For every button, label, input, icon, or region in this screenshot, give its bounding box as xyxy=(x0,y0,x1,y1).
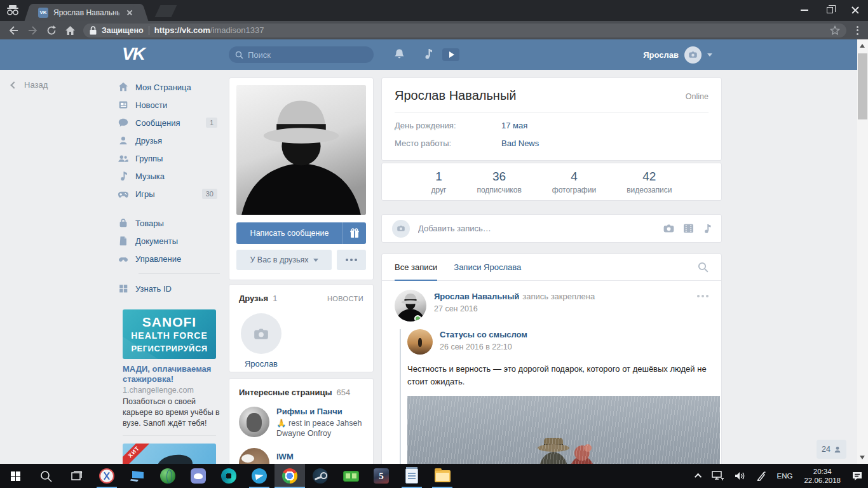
header-user-menu[interactable]: Ярослав xyxy=(643,39,712,70)
new-tab-button[interactable] xyxy=(155,5,177,17)
search-box[interactable] xyxy=(229,46,374,63)
sidebar-item-friends[interactable]: Друзья xyxy=(118,132,217,149)
page-scrollbar[interactable] xyxy=(857,39,868,464)
tab-close-icon[interactable] xyxy=(125,8,135,18)
app-file-explorer[interactable] xyxy=(427,464,458,488)
ad2-image-blob xyxy=(156,452,194,464)
ad-title-link[interactable]: МАДИ, оплачиваемая стажировка! xyxy=(123,364,219,384)
counter-friends[interactable]: 1друг xyxy=(431,170,447,194)
ad-banner-second[interactable]: ХИТ xyxy=(123,444,216,464)
send-message-button[interactable]: Написать сообщение xyxy=(236,222,366,244)
post-date[interactable]: 27 сен 2016 xyxy=(434,304,595,313)
friend-name[interactable]: Ярослав xyxy=(239,359,283,369)
search-input[interactable] xyxy=(248,50,356,60)
notifications-bell-icon[interactable] xyxy=(394,48,405,60)
counter-videos[interactable]: 42видеозаписи xyxy=(627,170,672,194)
friends-title[interactable]: Друзья xyxy=(239,294,268,303)
repost-author-name[interactable]: Статусы со смыслом xyxy=(440,330,527,339)
post-author-avatar[interactable] xyxy=(395,290,426,322)
app-chrome[interactable] xyxy=(275,464,305,488)
more-actions-button[interactable] xyxy=(337,250,366,270)
address-bar[interactable]: Защищено https://vk.com/imadison1337 xyxy=(83,24,846,37)
sidebar-item-my-page[interactable]: Моя Страница xyxy=(118,78,217,96)
app-steam[interactable] xyxy=(305,464,336,488)
sidebar-item-news[interactable]: Новости xyxy=(118,96,217,114)
browser-menu-icon[interactable] xyxy=(853,25,862,36)
composer-input[interactable] xyxy=(418,224,654,233)
repost-date[interactable]: 26 сен 2016 в 22:10 xyxy=(440,342,527,351)
gift-icon[interactable] xyxy=(343,228,366,238)
counter-followers[interactable]: 36подписчиков xyxy=(477,170,521,194)
post-image[interactable] xyxy=(407,396,720,464)
windows-ink-icon[interactable] xyxy=(751,471,771,481)
window-restore-button[interactable] xyxy=(817,0,843,20)
friend-status-button[interactable]: У Вас в друзьях xyxy=(236,250,332,270)
repost-author-avatar[interactable] xyxy=(407,329,433,355)
window-minimize-button[interactable] xyxy=(792,0,817,20)
page-item-iwm[interactable]: IWM xyxy=(239,448,363,464)
sidebar-item-manage[interactable]: Управление xyxy=(118,250,217,268)
profile-photo[interactable] xyxy=(236,85,366,215)
action-center-icon[interactable] xyxy=(846,471,868,481)
back-button[interactable] xyxy=(8,25,19,36)
online-friends-badge[interactable]: 24 xyxy=(817,440,846,459)
friend-item[interactable]: Ярослав xyxy=(239,313,283,369)
app-notepad[interactable] xyxy=(397,464,427,488)
vk-page: Назад Моя Страница Новости Сообщения 1 Д… xyxy=(0,70,857,464)
volume-icon[interactable] xyxy=(729,471,751,481)
page-item-rifmy[interactable]: Рифмы и Панчи 🙏 rest in peace Jahseh Dwa… xyxy=(239,407,363,438)
sidebar-item-groups[interactable]: Группы xyxy=(118,149,217,167)
forward-button[interactable] xyxy=(27,25,38,36)
app-browser-globe[interactable] xyxy=(153,464,183,488)
tray-expand-button[interactable] xyxy=(691,473,707,478)
chrome-icon xyxy=(282,468,297,484)
ad-banner-sanofi[interactable]: SANOFI HEALTH FORCE РЕГИСТРИРУЙСЯ xyxy=(123,309,216,359)
language-indicator[interactable]: ENG xyxy=(771,472,799,480)
sidebar-item-know-id[interactable]: Узнать ID xyxy=(118,280,217,297)
app-discord[interactable] xyxy=(183,464,214,488)
video-icon[interactable] xyxy=(442,48,459,61)
app-gta5[interactable]: 5 xyxy=(366,464,397,488)
taskbar-search-button[interactable] xyxy=(31,464,61,488)
network-icon[interactable] xyxy=(707,471,729,481)
counter-photos[interactable]: 4фотографии xyxy=(552,170,596,194)
scrollbar-thumb[interactable] xyxy=(858,53,867,119)
task-view-button[interactable] xyxy=(61,464,92,488)
id-grid-icon xyxy=(118,283,129,294)
wall-search-icon[interactable] xyxy=(698,262,709,273)
app-screenshot-tool[interactable] xyxy=(92,464,122,488)
post-menu-icon[interactable] xyxy=(697,290,709,322)
music-icon[interactable] xyxy=(423,48,433,60)
tab-all-posts[interactable]: Все записи xyxy=(395,254,437,281)
post-author-name[interactable]: Ярослав Навальный xyxy=(434,292,519,301)
bookmark-star-icon[interactable] xyxy=(830,25,840,36)
sidebar-item-messages[interactable]: Сообщения 1 xyxy=(118,114,217,132)
window-close-button[interactable] xyxy=(843,0,868,20)
app-telegram[interactable] xyxy=(244,464,275,488)
back-link[interactable]: Назад xyxy=(11,80,48,90)
sidebar-item-market[interactable]: Товары xyxy=(118,214,217,232)
browser-tab[interactable]: VK Ярослав Навальный xyxy=(32,4,141,21)
home-button[interactable] xyxy=(65,25,76,36)
attach-music-icon[interactable] xyxy=(702,224,711,234)
friends-news-link[interactable]: новости xyxy=(327,295,363,302)
vk-logo[interactable]: VK xyxy=(122,44,144,64)
scroll-down-arrow[interactable] xyxy=(860,456,865,459)
attach-video-icon[interactable] xyxy=(683,224,694,233)
reload-button[interactable] xyxy=(46,25,57,36)
tab-own-posts[interactable]: Записи Ярослава xyxy=(454,262,521,272)
app-memory-cleaner[interactable] xyxy=(336,464,366,488)
sidebar-item-documents[interactable]: Документы xyxy=(118,232,217,250)
sidebar-item-games[interactable]: Игры 30 xyxy=(118,185,217,203)
attach-photo-icon[interactable] xyxy=(663,224,675,233)
app-remote-desktop[interactable] xyxy=(122,464,153,488)
workplace-link[interactable]: Bad News xyxy=(501,139,539,148)
clock[interactable]: 20:34 22.06.2018 xyxy=(798,467,846,485)
pages-title[interactable]: Интересные страницы xyxy=(239,388,332,397)
sidebar-item-music[interactable]: Музыка xyxy=(118,167,217,185)
start-button[interactable] xyxy=(0,464,31,488)
profile-info-card: Online Ярослав Навальный День рождения: … xyxy=(381,78,722,161)
scroll-up-arrow[interactable] xyxy=(860,44,865,48)
app-teal[interactable] xyxy=(214,464,244,488)
birthday-link[interactable]: 17 мая xyxy=(501,121,527,130)
